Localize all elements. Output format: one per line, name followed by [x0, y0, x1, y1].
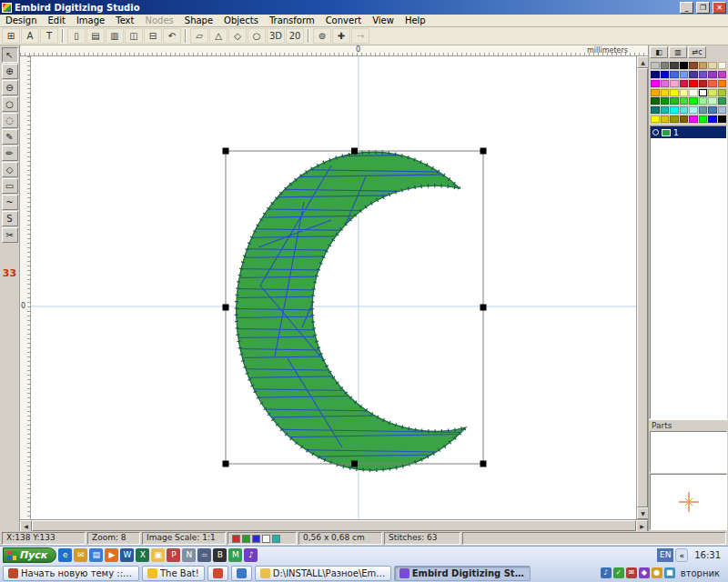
taskbar-task[interactable]: Начать новую тему :: B...: [3, 566, 139, 581]
taskbar-task[interactable]: The Bat!: [142, 566, 205, 581]
palette-color[interactable]: [699, 80, 708, 87]
palette-color[interactable]: [661, 71, 670, 78]
menu-view[interactable]: View: [367, 15, 399, 25]
volume-icon[interactable]: ♪: [601, 567, 612, 578]
palette-color[interactable]: [670, 71, 679, 78]
palette-color[interactable]: [680, 89, 689, 96]
palette-color[interactable]: [651, 106, 660, 114]
taskbar-task[interactable]: D:\INSTALL\Разное\Embird: [255, 566, 391, 581]
palette-color[interactable]: [670, 115, 679, 123]
palette-color[interactable]: [718, 71, 727, 78]
knife-tool[interactable]: ✂: [2, 227, 18, 243]
palette-color[interactable]: [708, 89, 717, 96]
palette-color[interactable]: [661, 106, 670, 114]
folder-icon[interactable]: ▣: [151, 548, 165, 562]
maximize-button[interactable]: ❐: [696, 2, 710, 14]
palette-color[interactable]: [670, 62, 679, 69]
palette-color[interactable]: [661, 97, 670, 105]
palette-color[interactable]: [718, 97, 727, 105]
center-design-icon[interactable]: ⊚: [313, 28, 331, 44]
palette-color[interactable]: [670, 97, 679, 105]
palette-color[interactable]: [670, 89, 679, 96]
stitch-mode-icon[interactable]: [252, 535, 260, 543]
mail-icon[interactable]: ✉: [74, 548, 87, 562]
palette-color[interactable]: [680, 80, 689, 87]
word-icon[interactable]: W: [120, 548, 134, 562]
palette-color[interactable]: [689, 97, 698, 105]
pattern-mode-button[interactable]: ▥: [669, 46, 687, 58]
rectangle-tool[interactable]: ▭: [2, 178, 18, 194]
palette-color[interactable]: [699, 97, 708, 105]
open-file-icon[interactable]: ▤: [86, 28, 105, 44]
palette-color[interactable]: [699, 106, 708, 114]
object-list[interactable]: 1: [650, 125, 727, 419]
palette-color[interactable]: [651, 97, 660, 105]
minimize-button[interactable]: _: [680, 2, 693, 14]
ellipse-tool[interactable]: ○: [2, 96, 18, 112]
open-design-icon[interactable]: ▥: [106, 28, 124, 44]
palette-color[interactable]: [718, 106, 727, 114]
palette-color[interactable]: [718, 89, 727, 96]
menu-objects[interactable]: Objects: [218, 15, 264, 25]
palette-color[interactable]: [680, 62, 689, 69]
palette-color[interactable]: [661, 115, 670, 123]
winamp-icon[interactable]: ♪: [244, 548, 258, 562]
menu-design[interactable]: Design: [0, 15, 43, 25]
app-tray-icon[interactable]: ◆: [639, 567, 650, 578]
outline-mode-icon[interactable]: ▱: [190, 28, 208, 44]
undo-icon[interactable]: ↶: [163, 28, 181, 44]
circle-mode-icon[interactable]: ○: [248, 28, 266, 44]
palette-color[interactable]: [689, 62, 698, 69]
excel-icon[interactable]: X: [136, 548, 149, 562]
palette-color[interactable]: [699, 71, 708, 78]
palette-color[interactable]: [708, 80, 717, 87]
palette-color[interactable]: [718, 115, 727, 123]
palette-color[interactable]: [670, 80, 679, 87]
vertical-scrollbar[interactable]: ▲ ▼: [636, 56, 648, 519]
title-bar[interactable]: Embird Digitizing Studio _ ❐ ✕: [0, 0, 728, 15]
palette-color[interactable]: [651, 89, 660, 96]
mail-notify-icon[interactable]: ✉: [626, 567, 637, 578]
text-tool-icon[interactable]: T: [40, 28, 58, 44]
palette-color[interactable]: [661, 62, 670, 69]
parts-list[interactable]: [650, 431, 727, 473]
selection-handle[interactable]: [480, 461, 487, 467]
curve-tool[interactable]: ~: [2, 195, 18, 210]
palette-color[interactable]: [670, 106, 679, 114]
menu-shape[interactable]: Shape: [179, 15, 218, 25]
stitch-mode-icon[interactable]: [242, 535, 250, 543]
palette-color[interactable]: [680, 106, 689, 114]
palette-color[interactable]: [699, 89, 708, 96]
taskbar-task[interactable]: [231, 566, 252, 581]
stitch-mode-icon[interactable]: [262, 535, 270, 543]
taskbar-task[interactable]: Embird Digitizing Stud...: [394, 566, 531, 581]
antivirus-icon[interactable]: ✓: [613, 567, 624, 578]
media-player-icon[interactable]: ▶: [105, 548, 118, 562]
calculator-icon[interactable]: =: [197, 548, 211, 562]
palette-color[interactable]: [718, 80, 727, 87]
messenger-icon[interactable]: M: [228, 548, 242, 562]
stitch-mode-icon[interactable]: [272, 535, 280, 543]
start-button[interactable]: Пуск: [3, 547, 56, 563]
palette-color[interactable]: [680, 97, 689, 105]
palette-color[interactable]: [680, 71, 689, 78]
zoom-out-tool[interactable]: ⊖: [2, 80, 18, 95]
menu-transform[interactable]: Transform: [264, 15, 320, 25]
close-button[interactable]: ✕: [713, 2, 726, 14]
selection-handle[interactable]: [480, 305, 487, 311]
palette-color[interactable]: [689, 106, 698, 114]
view-3d-icon[interactable]: 3D: [267, 28, 285, 44]
selection-handle[interactable]: [351, 148, 358, 155]
selection-handle[interactable]: [223, 305, 229, 311]
update-icon[interactable]: ●: [652, 567, 662, 578]
export-icon[interactable]: ⊟: [144, 28, 162, 44]
palette-color[interactable]: [689, 89, 698, 96]
visibility-icon[interactable]: [652, 129, 659, 135]
pen-tool[interactable]: ✎: [2, 129, 18, 145]
palette-color[interactable]: [689, 115, 698, 123]
palette-color[interactable]: [651, 71, 660, 78]
palette-color[interactable]: [699, 62, 708, 69]
grid-20-icon[interactable]: 20: [286, 28, 304, 44]
horizontal-scroll-thumb[interactable]: [32, 520, 636, 531]
s-curve-tool[interactable]: S: [2, 211, 18, 226]
